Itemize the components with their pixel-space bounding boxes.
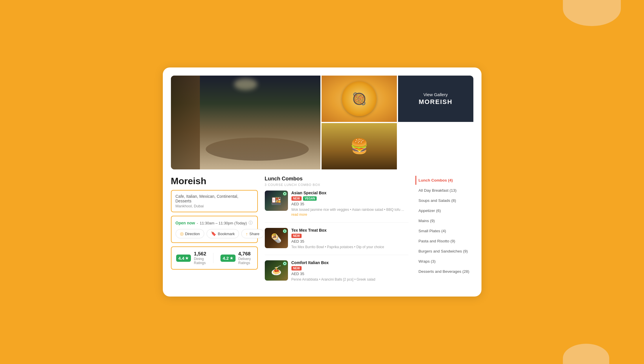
dining-rating-item: 4.4 ★ 1,562 Dining Ratings (176, 251, 206, 265)
dining-label: Dining Ratings (194, 257, 206, 265)
bg-decoration-bottom (563, 344, 609, 364)
location-text: Mankhool, Dubai (176, 204, 253, 208)
nav-item-4[interactable]: Mains (9) (415, 216, 473, 225)
bg-decoration-top (563, 0, 621, 26)
delivery-rating-badge: 4.2 ★ (220, 255, 236, 262)
tag-vegan-0: VEGAN (303, 196, 317, 201)
gallery-brand-name: MOREISH (419, 98, 453, 106)
action-buttons: ◎ Direction 🔖 Bookmark ↑ Share (176, 229, 253, 238)
nav-item-2[interactable]: Soups and Salads (8) (415, 196, 473, 205)
menu-panel: Lunch Combos 3 COURSE LUNCH COMBO BOX 🍱 … (265, 176, 408, 287)
hours-text: 11:30am – 11:30pm (Today) (200, 221, 247, 225)
menu-item-name-0: Asian Special Box (291, 191, 408, 195)
nav-item-1[interactable]: All Day Breakfast (13) (415, 186, 473, 195)
open-now-status: Open now (176, 221, 195, 225)
bookmark-icon: 🔖 (211, 231, 216, 236)
bookmark-button[interactable]: 🔖 Bookmark (207, 229, 239, 238)
menu-section-subtitle: 3 COURSE LUNCH COMBO BOX (265, 183, 408, 186)
delivery-rating-details: 4,768 Delivery Ratings (238, 251, 253, 265)
nav-item-7[interactable]: Burgers and Sandwiches (9) (415, 247, 473, 256)
menu-item-desc-2: Penne Arrabbiata • Arancini Balls [2 pcs… (291, 277, 408, 282)
direction-icon: ◎ (180, 231, 184, 236)
view-gallery-label: View Gallery (424, 92, 448, 97)
cuisine-location-box: Cafe, Italian, Mexican, Continental, Des… (171, 190, 258, 212)
menu-item-2: 🍝 Comfort Italian Box NEW AED 35 Penne A… (265, 260, 408, 287)
menu-item-tags-1: NEW (291, 234, 408, 238)
menu-item-price-0: AED 35 (291, 202, 408, 206)
tag-new-0: NEW (291, 196, 302, 201)
menu-item-name-1: Tex Mex Treat Box (291, 228, 408, 233)
share-icon: ↑ (246, 231, 248, 236)
nav-item-6[interactable]: Pasta and Risotto (9) (415, 237, 473, 246)
rating-divider (213, 253, 214, 263)
info-icon[interactable]: ⓘ (249, 220, 253, 226)
dining-rating-value: 4.4 (178, 256, 185, 261)
menu-item-name-2: Comfort Italian Box (291, 260, 408, 265)
read-more-0[interactable]: read more (291, 213, 307, 217)
view-gallery-button[interactable]: View Gallery MOREISH (398, 76, 473, 122)
dining-count: 1,562 (194, 251, 206, 257)
menu-item-tags-0: NEW VEGAN (291, 196, 408, 201)
left-panel: Moreish Cafe, Italian, Mexican, Continen… (171, 176, 258, 270)
share-label: Share (249, 232, 260, 236)
delivery-count: 4,768 (238, 251, 253, 257)
menu-section-title: Lunch Combos (265, 176, 408, 182)
dining-rating-details: 1,562 Dining Ratings (194, 251, 206, 265)
food-emoji-1: 🌯 (271, 233, 282, 243)
nav-item-9[interactable]: Desserts and Beverages (28) (415, 267, 473, 276)
restaurant-card: 🥘 View Gallery MOREISH 🍔 Moreish Cafe, I… (163, 67, 481, 296)
menu-item-info-1: Tex Mex Treat Box NEW AED 35 Tex Mex Bur… (291, 228, 408, 250)
cuisine-text: Cafe, Italian, Mexican, Continental, Des… (176, 194, 253, 203)
gallery-food-image-1[interactable]: 🥘 (322, 76, 397, 122)
gallery-main-image[interactable] (171, 76, 320, 169)
gallery-food-image-2[interactable]: 🍔 (322, 123, 397, 169)
dash: - (197, 221, 198, 225)
menu-item-price-1: AED 35 (291, 239, 408, 244)
photo-gallery: 🥘 View Gallery MOREISH 🍔 (171, 76, 473, 169)
veg-dot-1 (283, 229, 287, 233)
menu-item-info-2: Comfort Italian Box NEW AED 35 Penne Arr… (291, 260, 408, 282)
delivery-rating-item: 4.2 ★ 4,768 Delivery Ratings (220, 251, 253, 265)
delivery-rating-value: 4.2 (223, 256, 229, 261)
bookmark-label: Bookmark (218, 232, 235, 236)
menu-item-info-0: Asian Special Box NEW VEGAN AED 35 Wok t… (291, 191, 408, 217)
dining-star-icon: ★ (185, 256, 189, 260)
nav-item-5[interactable]: Small Plates (4) (415, 226, 473, 235)
direction-label: Direction (185, 232, 200, 236)
nav-item-8[interactable]: Wraps (3) (415, 257, 473, 266)
menu-item-tags-2: NEW (291, 266, 408, 270)
menu-item-image-0: 🍱 (265, 191, 288, 211)
nav-item-0[interactable]: Lunch Combos (4) (415, 176, 473, 185)
menu-item-desc-1: Tex Mex Burrito Bowl • Paprika potatoes … (291, 245, 408, 250)
content-area: Moreish Cafe, Italian, Mexican, Continen… (171, 176, 473, 287)
food-emoji-0: 🍱 (271, 196, 282, 206)
dining-rating-badge: 4.4 ★ (176, 255, 191, 262)
menu-item-image-1: 🌯 (265, 228, 288, 248)
veg-dot-2 (283, 261, 287, 266)
menu-item-image-2: 🍝 (265, 260, 288, 281)
tag-new-1: NEW (291, 234, 302, 238)
restaurant-name: Moreish (171, 176, 258, 186)
menu-nav-panel: Lunch Combos (4) All Day Breakfast (13) … (415, 176, 473, 277)
food-emoji-2: 🍝 (271, 265, 282, 275)
delivery-label: Delivery Ratings (238, 257, 253, 265)
menu-item-1: 🌯 Tex Mex Treat Box NEW AED 35 Tex Mex B… (265, 228, 408, 255)
ratings-box: 4.4 ★ 1,562 Dining Ratings 4.2 ★ 4, (171, 246, 258, 270)
delivery-star-icon: ★ (230, 256, 233, 260)
nav-item-3[interactable]: Appetizer (6) (415, 206, 473, 215)
menu-item-0: 🍱 Asian Special Box NEW VEGAN AED 35 Wok… (265, 191, 408, 223)
tag-new-2: NEW (291, 266, 302, 270)
open-row: Open now - 11:30am – 11:30pm (Today) ⓘ (176, 220, 253, 226)
direction-button[interactable]: ◎ Direction (176, 229, 204, 238)
hours-box: Open now - 11:30am – 11:30pm (Today) ⓘ ◎… (171, 216, 258, 243)
menu-item-price-2: AED 35 (291, 272, 408, 276)
menu-item-desc-0: Wok tossed jasmine rice with veggies • A… (291, 207, 408, 217)
veg-dot-0 (283, 192, 287, 196)
share-button[interactable]: ↑ Share (241, 229, 264, 238)
